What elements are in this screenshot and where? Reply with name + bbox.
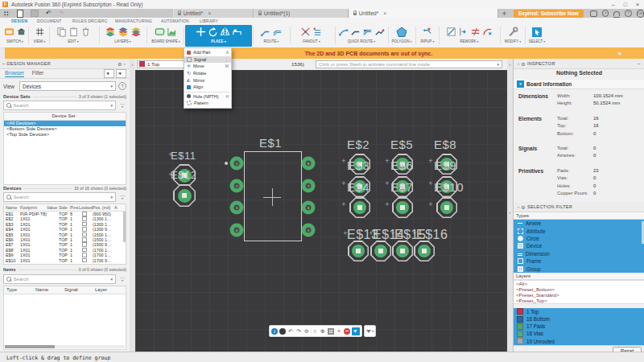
- locked-checkbox[interactable]: [82, 216, 87, 221]
- app-grid-icon[interactable]: [3, 10, 10, 17]
- ribbon-group-layers[interactable]: LAYERS▾: [101, 25, 144, 47]
- collapse-panel-icon[interactable]: ‹: [518, 61, 519, 66]
- collapse-panel-icon[interactable]: ‹: [518, 204, 519, 209]
- layer-filter-18-vias[interactable]: 18 Vias: [514, 330, 644, 337]
- move-icon[interactable]: [196, 27, 206, 37]
- dip-pad[interactable]: 6: [302, 201, 316, 215]
- pad-octagon[interactable]: [370, 241, 391, 261]
- document-tab[interactable]: Untitled*(1): [254, 9, 349, 18]
- grid-settings-icon[interactable]: [328, 328, 334, 335]
- tab-filter[interactable]: Filter: [32, 70, 43, 76]
- column-header-a[interactable]: A: [114, 204, 119, 211]
- collapse-panel-icon[interactable]: ›: [124, 61, 126, 66]
- layer-preset-row[interactable]: <Preset_Standard>: [514, 292, 644, 298]
- type-filter-device[interactable]: Device: [514, 242, 644, 249]
- select-remove-icon[interactable]: [116, 69, 126, 78]
- ribbon-tab-document[interactable]: DOCUMENT: [37, 19, 62, 23]
- type-filter-airwire[interactable]: Airwire: [514, 220, 644, 227]
- type-filter-frame[interactable]: Frame: [514, 257, 644, 265]
- select-mode-icon[interactable]: [352, 327, 360, 335]
- clock-icon[interactable]: [602, 10, 609, 17]
- more-options-button[interactable]: ⋯▾: [118, 194, 126, 200]
- view-dropdown[interactable]: Devices ▾: [19, 81, 116, 91]
- select-cursor-icon[interactable]: [531, 27, 543, 38]
- locked-checkbox[interactable]: [82, 253, 87, 257]
- redo-view-icon[interactable]: ↷: [295, 328, 302, 335]
- pad-octagon[interactable]: [173, 184, 196, 207]
- quick-route-corner-icon[interactable]: [350, 27, 361, 37]
- locked-checkbox[interactable]: [82, 222, 87, 227]
- rotate-icon[interactable]: [208, 27, 218, 37]
- route-differential-icon[interactable]: [272, 27, 283, 37]
- pcb-board-view[interactable]: 18273645E$1E$11E$12E$2E$3E$4E$5E$6E$7E$8…: [135, 70, 507, 352]
- locked-checkbox[interactable]: [82, 242, 87, 247]
- quick-route-bus-icon[interactable]: [362, 27, 373, 37]
- document-tab[interactable]: Untitled*×: [173, 9, 254, 18]
- ribbon-group-route[interactable]: ROUTE▾: [254, 25, 288, 47]
- type-filter-group[interactable]: Group: [514, 265, 644, 272]
- ribbon-group-select[interactable]: SELECT▾: [526, 25, 547, 47]
- board-outline-icon[interactable]: [155, 27, 165, 37]
- zoom-window-icon[interactable]: ○: [312, 328, 318, 335]
- ribbon-tab-design[interactable]: DESIGN: [11, 19, 27, 23]
- device-set-column-header[interactable]: Device Set ˆ: [4, 113, 126, 121]
- collapse-left-icon[interactable]: ‹: [130, 62, 135, 67]
- dip-pad[interactable]: 4: [230, 224, 244, 237]
- ribbon-group-quick-route[interactable]: QUICK ROUTE▾: [336, 25, 386, 47]
- column-header-signal[interactable]: Signal: [64, 286, 95, 294]
- pad-octagon[interactable]: [392, 197, 413, 218]
- ribbon-group-rework[interactable]: REWORK▾: [440, 25, 498, 47]
- ribbon-group-place[interactable]: PLACE▾: [185, 25, 252, 47]
- polygon-icon[interactable]: [396, 27, 407, 38]
- device-sets-search-input[interactable]: Search ▾: [3, 101, 116, 110]
- menu-item-hole-npth[interactable]: Hole (NPTH)H: [184, 93, 231, 101]
- fanout-icon[interactable]: [300, 27, 311, 37]
- dip-pad[interactable]: 7: [302, 179, 316, 193]
- pad-octagon[interactable]: [414, 241, 435, 261]
- tab-browser[interactable]: Browser: [5, 70, 24, 77]
- gear-icon[interactable]: ⚙: [521, 204, 526, 210]
- help-icon[interactable]: ?: [118, 82, 126, 90]
- layer-filter-17-pads[interactable]: 17 Pads: [514, 323, 644, 330]
- device-set-row[interactable]: <All Devices>: [4, 121, 126, 126]
- command-line-input[interactable]: Click or press Slash to activate command…: [316, 60, 502, 68]
- layers-icon[interactable]: [105, 27, 116, 37]
- wrench-icon[interactable]: [508, 27, 518, 37]
- scrollbar-thumb[interactable]: [5, 345, 55, 348]
- ribbon-tab-library[interactable]: LIBRARY: [200, 19, 218, 23]
- help-icon[interactable]: ?: [625, 10, 632, 17]
- board-chart-icon[interactable]: [167, 27, 177, 37]
- ribbon-group-switch[interactable]: SWITCH▾: [2, 25, 28, 47]
- new-tab-button[interactable]: +: [502, 10, 506, 18]
- pad-octagon[interactable]: [392, 241, 413, 261]
- locked-checkbox[interactable]: [82, 212, 87, 216]
- dip8-package-outline[interactable]: [244, 151, 302, 241]
- zoom-in-icon[interactable]: ⊕: [320, 328, 326, 335]
- locked-checkbox[interactable]: [82, 248, 87, 253]
- dip-pad[interactable]: 1: [230, 157, 244, 171]
- column-header-layer[interactable]: Layer: [95, 286, 118, 294]
- menu-item-signal[interactable]: Signal⋮: [184, 56, 231, 64]
- locked-checkbox[interactable]: [82, 258, 87, 263]
- info-icon[interactable]: i: [271, 328, 278, 335]
- locked-checkbox[interactable]: [82, 227, 87, 232]
- ribbon-group-fanout[interactable]: FANOUT▾: [291, 25, 332, 47]
- items-horizontal-scrollbar[interactable]: [5, 345, 125, 348]
- fanout-bga-icon[interactable]: [312, 27, 323, 37]
- dip-pad[interactable]: 5: [302, 224, 316, 237]
- display-options-button[interactable]: ▾: [364, 325, 376, 337]
- menu-item-mirror[interactable]: Mirror: [184, 76, 231, 84]
- banner-close-icon[interactable]: ×: [617, 50, 621, 57]
- device-set-row[interactable]: <Top Side Devices>: [4, 132, 126, 138]
- layers-icon[interactable]: [118, 27, 129, 37]
- rework-meander-icon[interactable]: [470, 27, 481, 37]
- layer-filter-19-unrouted[interactable]: 19 Unrouted: [514, 337, 644, 344]
- zoom-out-icon[interactable]: ⊖: [303, 328, 310, 335]
- undo-view-icon[interactable]: ↶: [287, 328, 294, 335]
- record-off-icon[interactable]: [344, 328, 350, 335]
- gear-icon[interactable]: ⚙: [118, 61, 122, 67]
- menu-item-move[interactable]: MoveM: [184, 63, 231, 70]
- ribbon-tab-rules-drc-erc[interactable]: RULES DRC/ERC: [72, 19, 107, 23]
- ribbon-group-edit[interactable]: EDIT▾: [51, 25, 96, 47]
- ribbon-tab-automation[interactable]: AUTOMATION: [161, 19, 189, 23]
